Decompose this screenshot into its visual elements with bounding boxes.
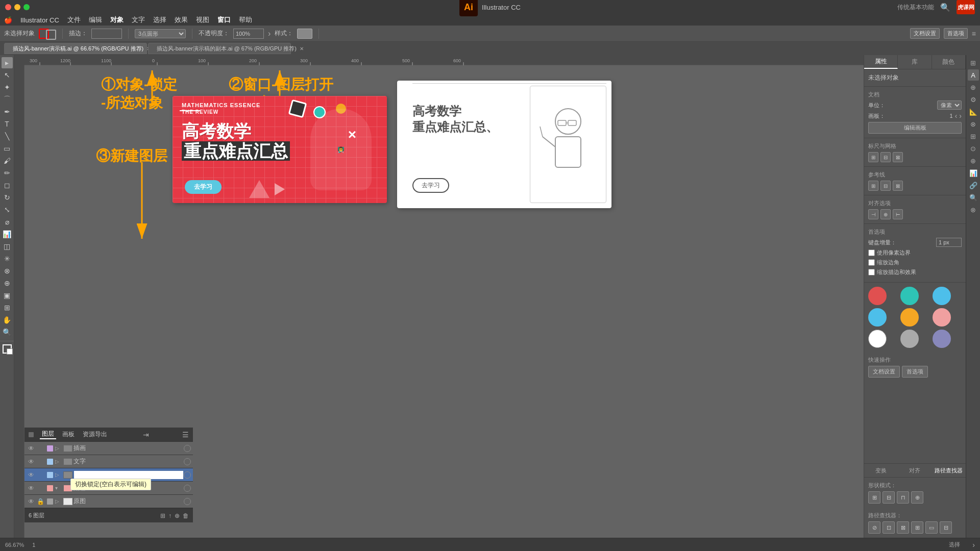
unit-select[interactable]: 像素 xyxy=(937,101,962,110)
rp-tab-properties[interactable]: 属性 xyxy=(864,55,898,69)
menu-select[interactable]: 选择 xyxy=(153,15,166,24)
align-center-h-icon[interactable]: ⊕ xyxy=(880,209,891,219)
tab-1-close[interactable]: ✕ xyxy=(300,46,304,52)
grid-icon-2[interactable]: ⊟ xyxy=(880,152,891,162)
type-tool[interactable]: T xyxy=(2,118,13,130)
panel-close-icon[interactable] xyxy=(29,432,34,437)
layer-0-expand[interactable]: ▷ xyxy=(55,445,62,451)
banner-design[interactable]: × MATHEMATICS ESSENCE THE REVIEW 高考数学重点难… xyxy=(173,96,387,203)
menu-view[interactable]: 视图 xyxy=(196,15,209,24)
magic-wand-tool[interactable]: ✦ xyxy=(2,82,13,93)
opacity-arrow[interactable]: › xyxy=(268,29,271,38)
swatch-gray[interactable] xyxy=(900,330,919,348)
copy-layer-icon[interactable]: ⊕ xyxy=(175,512,180,519)
scale-tool[interactable]: ⤡ xyxy=(2,204,13,215)
panel-icon-close[interactable]: ⊗ xyxy=(968,204,979,215)
opacity-input[interactable]: 100% xyxy=(233,29,264,39)
maximize-button[interactable] xyxy=(23,4,30,10)
fill-stroke-icon[interactable] xyxy=(3,344,12,354)
panel-icon-graphic-styles[interactable]: ⊕ xyxy=(968,155,979,166)
round-corners-checkbox[interactable] xyxy=(868,259,875,266)
minimize-button[interactable] xyxy=(14,4,20,10)
panel-icon-properties[interactable]: ⊞ xyxy=(968,57,979,68)
swatch-orange[interactable] xyxy=(900,308,919,327)
canvas-area[interactable]: 300 1200 1100 0 100 200 300 400 500 600 … xyxy=(14,55,864,538)
layer-1-eye[interactable]: 👁 xyxy=(27,458,36,465)
grid-icon-1[interactable]: ⊞ xyxy=(868,152,878,162)
artboard-next[interactable]: › xyxy=(959,112,962,120)
stroke-input[interactable] xyxy=(91,29,122,39)
snap-edges-checkbox[interactable] xyxy=(868,249,875,256)
edit-artboard-btn[interactable]: 编辑画板 xyxy=(868,122,962,134)
doc-settings-btn[interactable]: 文档设置 xyxy=(910,28,940,39)
menu-effect[interactable]: 效果 xyxy=(175,15,188,24)
panel-icon-links[interactable]: 🔗 xyxy=(968,180,979,191)
layer-4-lock[interactable]: 🔒 xyxy=(36,498,45,505)
layer-2-circle[interactable] xyxy=(184,471,191,479)
more-options-icon[interactable]: ≡ xyxy=(972,30,976,38)
pathfinder-divide[interactable]: ⊘ xyxy=(868,521,880,534)
pathfinder-trim[interactable]: ⊡ xyxy=(883,521,895,534)
zoom-level[interactable]: 66.67% xyxy=(5,542,24,548)
panel-menu-icon[interactable]: ☰ xyxy=(182,431,189,439)
layer-4-circle[interactable] xyxy=(184,498,191,505)
guide-icon-3[interactable]: ⊠ xyxy=(893,181,903,191)
panel-icon-appearance[interactable]: ⊙ xyxy=(968,143,979,154)
layer-4-eye[interactable]: 👁 xyxy=(27,498,36,505)
paintbrush-tool[interactable]: 🖌 xyxy=(2,155,13,166)
layer-row-4[interactable]: 👁 🔒 ▷ 原图 xyxy=(24,495,193,508)
sketch-design[interactable]: 高考数学重点难点汇总、 去学习 xyxy=(397,81,611,208)
layer-4-expand[interactable]: ▷ xyxy=(55,498,62,504)
shape-mode-minus[interactable]: ⊟ xyxy=(883,491,895,504)
rp-tab-library[interactable]: 库 xyxy=(898,55,932,69)
layers-tab[interactable]: 图层 xyxy=(40,430,56,439)
lasso-tool[interactable]: ⌒ xyxy=(2,94,13,105)
banner-btn[interactable]: 去学习 xyxy=(185,180,222,194)
bottom-tab-transform[interactable]: 变换 xyxy=(864,464,898,477)
delete-layer-icon[interactable]: 🗑 xyxy=(183,512,189,519)
grid-icon-3[interactable]: ⊠ xyxy=(893,152,903,162)
bottom-tab-pathfinder[interactable]: 路径查找器 xyxy=(932,464,966,477)
guide-icon-1[interactable]: ⊞ xyxy=(868,181,878,191)
swatch-blue[interactable] xyxy=(933,287,951,305)
prefs-quick-btn[interactable]: 首选项 xyxy=(902,366,928,378)
stroke-icon[interactable] xyxy=(46,30,56,40)
panel-icon-search[interactable]: 🔍 xyxy=(968,192,979,203)
doc-settings-quick-btn[interactable]: 文档设置 xyxy=(868,366,900,378)
layer-row-0[interactable]: 👁 ▷ 插画 xyxy=(24,442,193,455)
pathfinder-minus-back[interactable]: ⊟ xyxy=(940,521,952,534)
direct-select-tool[interactable]: ↖ xyxy=(2,69,13,81)
menu-apple[interactable]: 🍎 xyxy=(4,16,12,24)
pen-tool[interactable]: ✒ xyxy=(2,106,13,117)
symbol-tool[interactable]: ⊕ xyxy=(2,278,13,289)
pathfinder-crop[interactable]: ⊞ xyxy=(911,521,923,534)
pathfinder-merge[interactable]: ⊠ xyxy=(897,521,909,534)
panel-icon-pathfinder[interactable]: ⊗ xyxy=(968,118,979,130)
eyedropper-tool[interactable]: ✳ xyxy=(2,253,13,264)
menu-window[interactable]: 窗口 xyxy=(217,15,231,24)
menu-text[interactable]: 文字 xyxy=(132,15,145,24)
select-tool[interactable]: ▸ xyxy=(2,57,13,68)
guide-icon-2[interactable]: ⊟ xyxy=(880,181,891,191)
align-left-icon[interactable]: ⊣ xyxy=(868,209,878,219)
new-layer-icon[interactable]: ⊞ xyxy=(160,512,165,519)
zoom-tool[interactable]: 🔍 xyxy=(2,327,13,338)
pencil-tool[interactable]: ✏ xyxy=(2,167,13,179)
pathfinder-outline[interactable]: ▭ xyxy=(925,521,938,534)
panel-icon-align[interactable]: 📐 xyxy=(968,106,979,117)
column-graph-tool[interactable]: 📊 xyxy=(2,229,13,240)
swatch-lightblue[interactable] xyxy=(868,308,887,327)
prefs-btn[interactable]: 首选项 xyxy=(944,28,968,39)
swatch-red[interactable] xyxy=(868,287,887,305)
swatch-purple[interactable] xyxy=(933,330,951,348)
panel-icon-symbols[interactable]: ⚙ xyxy=(968,94,979,105)
layer-2-name-input[interactable] xyxy=(74,470,184,480)
tab-1[interactable]: 插边风-banner演示稿的副本.ai @ 67% (RGB/GPU 推荐) ✕ xyxy=(148,43,291,54)
blend-tool[interactable]: ⊗ xyxy=(2,265,13,277)
menu-file[interactable]: 文件 xyxy=(67,15,81,24)
menu-illustrator[interactable]: Illustrator CC xyxy=(20,16,59,24)
shape-mode-intersect[interactable]: ⊓ xyxy=(897,491,909,504)
slice-tool[interactable]: ⊞ xyxy=(2,302,13,313)
canvas-content[interactable]: ①对象-锁定-所选对象 ②窗口-图层打开图层窗口 xyxy=(24,65,864,538)
layer-2-eye[interactable]: 👁 xyxy=(27,471,36,479)
